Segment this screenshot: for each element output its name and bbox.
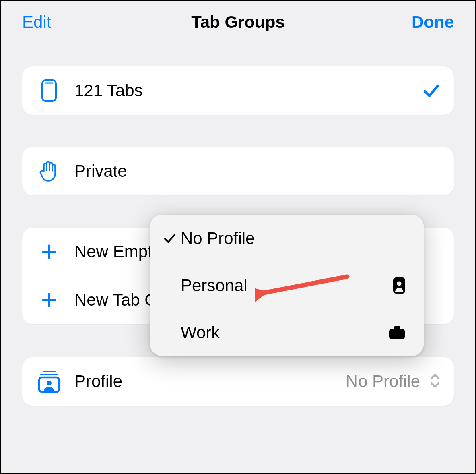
svg-point-11 bbox=[397, 282, 402, 286]
menu-item-work[interactable]: Work bbox=[150, 309, 424, 356]
edit-button[interactable]: Edit bbox=[22, 12, 51, 32]
menu-item-personal[interactable]: Personal bbox=[150, 262, 424, 309]
plus-icon bbox=[35, 291, 63, 309]
hand-icon bbox=[35, 160, 63, 182]
menu-item-label: Work bbox=[181, 323, 388, 342]
svg-rect-12 bbox=[389, 329, 405, 339]
profile-value: No Profile bbox=[346, 372, 420, 391]
menu-item-label: No Profile bbox=[181, 229, 406, 248]
done-button[interactable]: Done bbox=[412, 12, 454, 32]
menu-item-label: Personal bbox=[181, 276, 392, 295]
tabs-row[interactable]: 121 Tabs bbox=[22, 66, 454, 115]
header: Edit Tab Groups Done bbox=[1, 1, 475, 43]
private-row[interactable]: Private bbox=[22, 147, 454, 195]
chevron-up-down-icon bbox=[429, 372, 441, 391]
briefcase-icon bbox=[388, 325, 406, 341]
profile-picker-menu: No Profile Personal Work bbox=[150, 215, 424, 356]
page-title: Tab Groups bbox=[191, 12, 285, 32]
profile-card: Profile No Profile bbox=[22, 357, 454, 406]
badge-icon bbox=[392, 277, 406, 294]
tabs-group-card: 121 Tabs bbox=[22, 66, 454, 115]
profile-label: Profile bbox=[74, 372, 346, 391]
plus-icon bbox=[35, 243, 63, 261]
checkmark-icon bbox=[159, 232, 181, 245]
phone-icon bbox=[35, 79, 63, 102]
profile-row[interactable]: Profile No Profile bbox=[22, 357, 454, 406]
checkmark-icon bbox=[422, 81, 441, 100]
tabs-label: 121 Tabs bbox=[74, 81, 422, 100]
svg-point-9 bbox=[47, 381, 52, 385]
private-group-card: Private bbox=[22, 147, 454, 195]
menu-item-no-profile[interactable]: No Profile bbox=[150, 215, 424, 262]
profile-stack-icon bbox=[35, 370, 63, 393]
private-label: Private bbox=[74, 161, 441, 181]
